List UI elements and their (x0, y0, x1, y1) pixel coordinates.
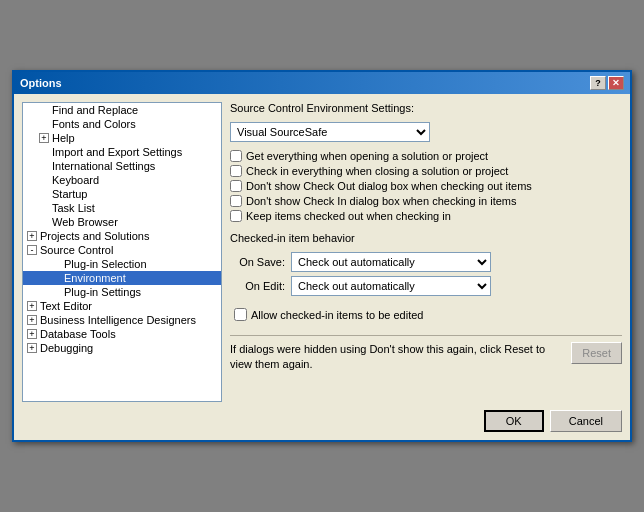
get-everything-checkbox[interactable] (230, 150, 242, 162)
on-save-label: On Save: (230, 256, 285, 268)
tree-label-database-tools: Database Tools (40, 328, 116, 340)
tree-label-keyboard: Keyboard (52, 174, 99, 186)
on-save-dropdown[interactable]: Check out automatically Prompt to check … (291, 252, 491, 272)
tree-label-environment: Environment (64, 272, 126, 284)
dont-show-checkout-checkbox[interactable] (230, 180, 242, 192)
on-save-row: On Save: Check out automatically Prompt … (230, 252, 622, 272)
tree-item-environment[interactable]: Environment (23, 271, 221, 285)
get-everything-label: Get everything when opening a solution o… (246, 150, 488, 162)
tree-expand-text-editor[interactable]: + (27, 301, 37, 311)
tree-item-projects-solutions[interactable]: +Projects and Solutions (23, 229, 221, 243)
tree-label-help: Help (52, 132, 75, 144)
title-bar: Options ? ✕ (14, 72, 630, 94)
settings-panel: Source Control Environment Settings: Vis… (230, 102, 622, 402)
tree-item-find-replace[interactable]: Find and Replace (23, 103, 221, 117)
on-edit-label: On Edit: (230, 280, 285, 292)
close-button[interactable]: ✕ (608, 76, 624, 90)
checkbox-group: Get everything when opening a solution o… (230, 150, 622, 222)
tree-item-task-list[interactable]: Task List (23, 201, 221, 215)
allow-checked-in-label: Allow checked-in items to be edited (251, 309, 423, 321)
tree-item-help[interactable]: +Help (23, 131, 221, 145)
tree-label-plugin-settings: Plug-in Settings (64, 286, 141, 298)
ok-button[interactable]: OK (484, 410, 544, 432)
info-text: If dialogs were hidden using Don't show … (230, 342, 550, 373)
dont-show-checkin-checkbox[interactable] (230, 195, 242, 207)
main-area: Find and ReplaceFonts and Colors+HelpImp… (22, 102, 622, 402)
tree-label-projects-solutions: Projects and Solutions (40, 230, 149, 242)
vss-dropdown[interactable]: Visual SourceSafe None (230, 122, 430, 142)
on-save-edit-section: On Save: Check out automatically Prompt … (230, 252, 622, 296)
tree-expand-source-control[interactable]: - (27, 245, 37, 255)
keep-items-label: Keep items checked out when checking in (246, 210, 451, 222)
options-dialog: Options ? ✕ Find and ReplaceFonts and Co… (12, 70, 632, 442)
tree-item-text-editor[interactable]: +Text Editor (23, 299, 221, 313)
vss-dropdown-container: Visual SourceSafe None (230, 122, 622, 142)
tree-label-startup: Startup (52, 188, 87, 200)
tree-label-find-replace: Find and Replace (52, 104, 138, 116)
on-edit-row: On Edit: Check out automatically Prompt … (230, 276, 622, 296)
checkbox-dont-show-checkout: Don't show Check Out dialog box when che… (230, 180, 622, 192)
checkbox-keep-items: Keep items checked out when checking in (230, 210, 622, 222)
check-in-closing-checkbox[interactable] (230, 165, 242, 177)
tree-item-plugin-selection[interactable]: Plug-in Selection (23, 257, 221, 271)
tree-label-import-export: Import and Export Settings (52, 146, 182, 158)
dont-show-checkin-label: Don't show Check In dialog box when chec… (246, 195, 517, 207)
allow-checked-in-checkbox[interactable] (234, 308, 247, 321)
settings-title: Source Control Environment Settings: (230, 102, 622, 114)
info-reset-row: If dialogs were hidden using Don't show … (230, 335, 622, 373)
reset-button[interactable]: Reset (571, 342, 622, 364)
on-edit-dropdown[interactable]: Check out automatically Prompt to check … (291, 276, 491, 296)
allow-row: Allow checked-in items to be edited (234, 308, 622, 321)
dont-show-checkout-label: Don't show Check Out dialog box when che… (246, 180, 532, 192)
tree-label-plugin-selection: Plug-in Selection (64, 258, 147, 270)
bottom-buttons: OK Cancel (22, 410, 622, 432)
tree-item-plugin-settings[interactable]: Plug-in Settings (23, 285, 221, 299)
tree-item-web-browser[interactable]: Web Browser (23, 215, 221, 229)
tree-item-source-control[interactable]: -Source Control (23, 243, 221, 257)
tree-label-bi-designers: Business Intelligence Designers (40, 314, 196, 326)
tree-item-database-tools[interactable]: +Database Tools (23, 327, 221, 341)
tree-panel[interactable]: Find and ReplaceFonts and Colors+HelpImp… (22, 102, 222, 402)
tree-label-debugging: Debugging (40, 342, 93, 354)
window-content: Find and ReplaceFonts and Colors+HelpImp… (14, 94, 630, 440)
tree-label-task-list: Task List (52, 202, 95, 214)
tree-label-international: International Settings (52, 160, 155, 172)
tree-expand-debugging[interactable]: + (27, 343, 37, 353)
tree-item-keyboard[interactable]: Keyboard (23, 173, 221, 187)
keep-items-checkbox[interactable] (230, 210, 242, 222)
tree-item-startup[interactable]: Startup (23, 187, 221, 201)
cancel-button[interactable]: Cancel (550, 410, 622, 432)
tree-item-fonts-colors[interactable]: Fonts and Colors (23, 117, 221, 131)
tree-label-text-editor: Text Editor (40, 300, 92, 312)
tree-item-debugging[interactable]: +Debugging (23, 341, 221, 355)
tree-label-source-control: Source Control (40, 244, 113, 256)
checkbox-dont-show-checkin: Don't show Check In dialog box when chec… (230, 195, 622, 207)
checked-in-label: Checked-in item behavior (230, 232, 622, 244)
check-in-closing-label: Check in everything when closing a solut… (246, 165, 508, 177)
checkbox-check-in-closing: Check in everything when closing a solut… (230, 165, 622, 177)
tree-expand-bi-designers[interactable]: + (27, 315, 37, 325)
title-bar-buttons: ? ✕ (590, 76, 624, 90)
checkbox-get-everything: Get everything when opening a solution o… (230, 150, 622, 162)
tree-label-web-browser: Web Browser (52, 216, 118, 228)
help-button[interactable]: ? (590, 76, 606, 90)
tree-label-fonts-colors: Fonts and Colors (52, 118, 136, 130)
tree-expand-help[interactable]: + (39, 133, 49, 143)
tree-expand-database-tools[interactable]: + (27, 329, 37, 339)
window-title: Options (20, 77, 62, 89)
tree-item-international[interactable]: International Settings (23, 159, 221, 173)
tree-expand-projects-solutions[interactable]: + (27, 231, 37, 241)
tree-item-bi-designers[interactable]: +Business Intelligence Designers (23, 313, 221, 327)
tree-item-import-export[interactable]: Import and Export Settings (23, 145, 221, 159)
